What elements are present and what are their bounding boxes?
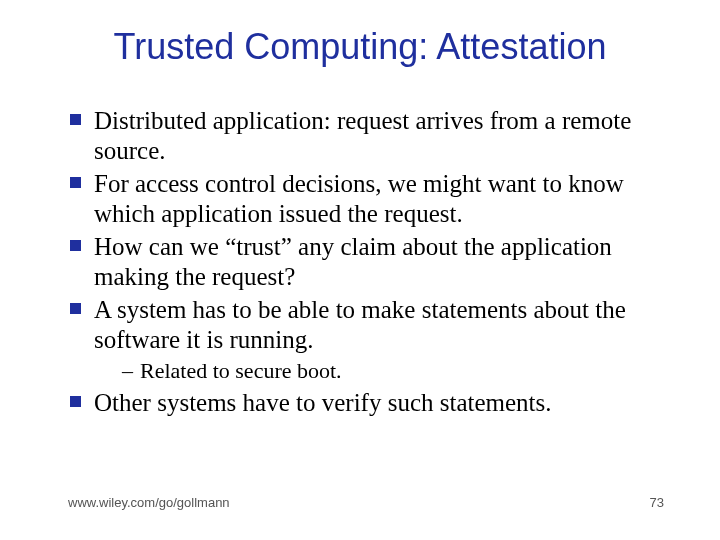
slide-title: Trusted Computing: Attestation [0,26,720,68]
bullet-item: Other systems have to verify such statem… [68,388,668,418]
bullet-text: Distributed application: request arrives… [94,107,631,164]
bullet-text: Other systems have to verify such statem… [94,389,552,416]
slide-body: Distributed application: request arrives… [68,106,668,421]
sub-bullet-item: Related to secure boot. [122,358,668,384]
bullet-text: A system has to be able to make statemen… [94,296,626,353]
sub-bullet-text: Related to secure boot. [140,358,342,383]
bullet-text: For access control decisions, we might w… [94,170,624,227]
bullet-list: Distributed application: request arrives… [68,106,668,417]
bullet-text: How can we “trust” any claim about the a… [94,233,612,290]
slide: Trusted Computing: Attestation Distribut… [0,0,720,540]
bullet-item: Distributed application: request arrives… [68,106,668,165]
bullet-item: A system has to be able to make statemen… [68,295,668,384]
page-number: 73 [650,495,664,510]
footer-url: www.wiley.com/go/gollmann [68,495,230,510]
bullet-item: For access control decisions, we might w… [68,169,668,228]
sub-bullet-list: Related to secure boot. [94,358,668,384]
bullet-item: How can we “trust” any claim about the a… [68,232,668,291]
